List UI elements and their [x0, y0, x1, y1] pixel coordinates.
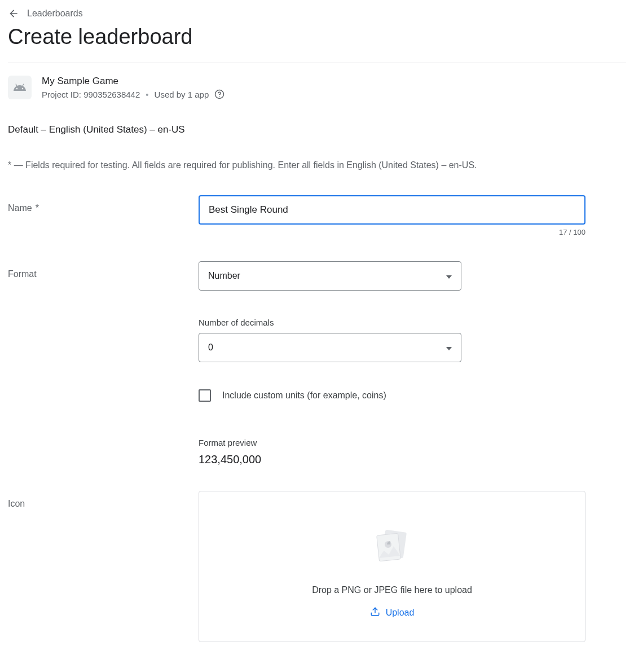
upload-icon — [370, 607, 380, 619]
divider — [8, 63, 626, 63]
dropzone-hint: Drop a PNG or JPEG file here to upload — [312, 585, 472, 595]
format-label: Format — [8, 261, 199, 279]
decimals-label: Number of decimals — [199, 318, 585, 327]
required-note: * — Fields required for testing. All fie… — [8, 160, 626, 170]
separator-dot: • — [146, 90, 148, 99]
format-select[interactable]: Number — [199, 261, 461, 291]
android-icon — [8, 76, 32, 99]
project-header: My Sample Game Project ID: 990352638442 … — [8, 76, 626, 99]
format-select-value: Number — [208, 271, 240, 281]
back-arrow-icon[interactable] — [8, 8, 19, 19]
name-char-count: 17 / 100 — [199, 228, 585, 236]
format-preview-label: Format preview — [199, 438, 585, 447]
file-stack-icon — [372, 528, 412, 569]
custom-units-label: Include custom units (for example, coins… — [222, 390, 386, 401]
upload-label: Upload — [386, 608, 415, 618]
project-id-label: Project ID: 990352638442 — [42, 90, 140, 99]
form-row-format: Format Number Number of decimals 0 Inclu… — [8, 261, 626, 466]
custom-units-checkbox-row[interactable]: Include custom units (for example, coins… — [199, 389, 585, 402]
decimals-select[interactable]: 0 — [199, 333, 461, 362]
breadcrumb-parent[interactable]: Leaderboards — [27, 8, 83, 19]
breadcrumb: Leaderboards — [8, 8, 626, 19]
name-input[interactable] — [199, 195, 585, 225]
project-used-by: Used by 1 app — [155, 90, 209, 99]
icon-dropzone[interactable]: Drop a PNG or JPEG file here to upload U… — [199, 491, 585, 642]
project-meta: My Sample Game Project ID: 990352638442 … — [42, 76, 224, 99]
icon-label: Icon — [8, 491, 199, 509]
caret-down-icon — [446, 271, 452, 281]
form-row-name: Name* 17 / 100 — [8, 195, 626, 236]
upload-button[interactable]: Upload — [370, 607, 415, 619]
project-name: My Sample Game — [42, 76, 224, 87]
locale-line: Default – English (United States) – en-U… — [8, 124, 626, 135]
format-preview-value: 123,450,000 — [199, 453, 585, 466]
caret-down-icon — [446, 342, 452, 353]
name-label: Name* — [8, 195, 199, 213]
custom-units-checkbox[interactable] — [199, 389, 211, 402]
form-row-icon: Icon Drop a PNG or JPEG file here to upl… — [8, 491, 626, 642]
decimals-select-value: 0 — [208, 342, 213, 353]
help-icon[interactable] — [214, 89, 224, 99]
page-title: Create leaderboard — [8, 25, 626, 49]
